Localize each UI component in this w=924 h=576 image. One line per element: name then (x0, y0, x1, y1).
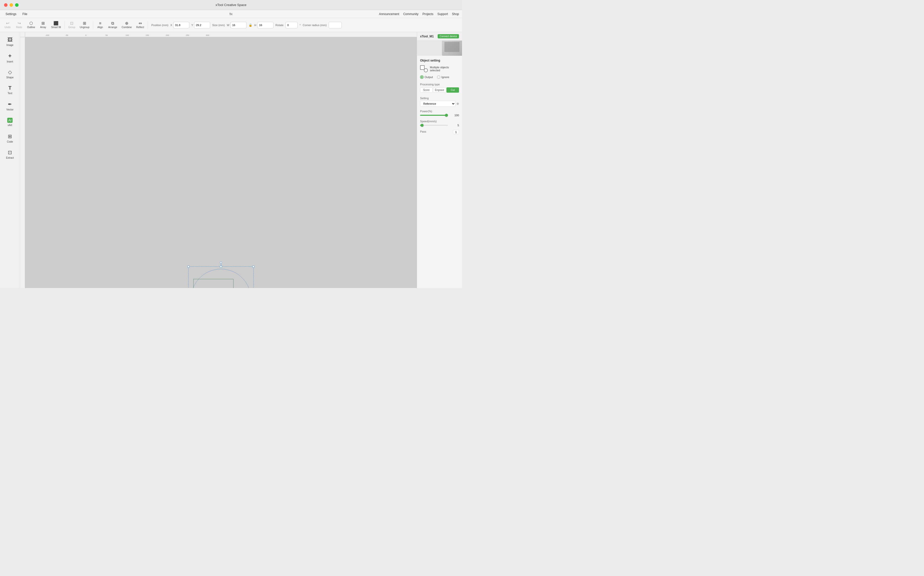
position-label: Position (mm) (152, 24, 168, 27)
sidebar-item-xart[interactable]: AI xArt (2, 115, 19, 130)
smart-fill-button[interactable]: ⬛ Smart fill (49, 20, 63, 30)
arrange-button[interactable]: ⧉ Arrange (106, 20, 119, 30)
lock-icon[interactable]: 🔒 (249, 23, 253, 27)
canvas-area[interactable]: -100 -50 0 50 100 150 200 250 300 (20, 32, 417, 288)
reflect-button[interactable]: ⇔ Reflect (134, 20, 146, 30)
x-label: X (171, 24, 172, 27)
pass-label: Pass (420, 130, 426, 133)
top-right-nav: Announcement Community Projects Support … (379, 12, 459, 16)
power-section: Power(%) 100 (420, 110, 459, 117)
undo-button[interactable]: ↩ Undo (2, 20, 13, 30)
sidebar-item-code[interactable]: ⊞ Code (2, 131, 19, 146)
rotate-handle[interactable] (220, 262, 222, 264)
minimize-button[interactable] (10, 3, 13, 7)
speed-slider[interactable] (420, 125, 448, 126)
image-icon: 🖼 (8, 37, 13, 43)
power-slider-thumb[interactable] (445, 114, 448, 117)
speed-label: Speed(mm/s) (420, 120, 459, 123)
speed-value: 5 (450, 124, 459, 127)
handle-top-center[interactable] (220, 266, 222, 268)
cut-button[interactable]: Cut (446, 87, 459, 93)
undo-icon: ↩ (6, 21, 9, 26)
separator-1 (64, 21, 65, 29)
processing-type-label: Processing type (420, 83, 459, 86)
speed-slider-thumb[interactable] (420, 124, 424, 127)
shape-icon: ◇ (8, 69, 12, 75)
redo-button[interactable]: ↪ Redo (14, 20, 25, 30)
combine-icon: ⊕ (125, 21, 128, 26)
speed-input-row: 5 (420, 124, 459, 127)
window-controls (4, 3, 19, 7)
output-ignore-group: Output Ignore (420, 75, 459, 79)
main-layout: 🖼 Image + Insert ◇ Shape T Text ✒ Vector… (0, 32, 462, 288)
reference-select[interactable]: Reference (420, 101, 456, 107)
community-link[interactable]: Community (403, 12, 419, 16)
output-radio[interactable]: Output (420, 75, 433, 79)
sidebar-item-vector[interactable]: ✒ Vector (2, 98, 19, 114)
shape-rect-outer[interactable] (193, 279, 233, 288)
pass-value[interactable]: 1 (453, 130, 459, 134)
x-input[interactable] (173, 22, 189, 28)
connect-device-button[interactable]: Connect device (438, 34, 459, 38)
sidebar-item-text[interactable]: T Text (2, 82, 19, 98)
power-slider[interactable] (420, 115, 448, 116)
reflect-icon: ⇔ (139, 21, 142, 26)
insert-icon: + (8, 53, 11, 59)
copy-icon[interactable]: ⊕ (456, 102, 459, 106)
group-button[interactable]: ⊡ Group (66, 20, 77, 30)
multi-select-shapes (420, 65, 428, 72)
canvas-objects (188, 266, 254, 288)
y-input[interactable] (194, 22, 210, 28)
sidebar-item-image[interactable]: 🖼 Image (2, 34, 19, 49)
multi-select-indicator: Multiple objects selected (420, 65, 459, 72)
align-icon: ≡ (99, 21, 101, 26)
smart-fill-icon: ⬛ (53, 21, 59, 26)
rotate-label: Rotate (275, 24, 283, 27)
combine-button[interactable]: ⊕ Combine (120, 20, 134, 30)
h-label: H (254, 24, 256, 27)
rotate-input[interactable] (286, 22, 297, 28)
canvas-workspace[interactable] (25, 37, 417, 288)
processing-type-buttons: Score Engrave Cut (420, 87, 459, 93)
handle-top-left[interactable] (187, 266, 190, 268)
support-link[interactable]: Support (437, 12, 448, 16)
announcement-link[interactable]: Announcement (379, 12, 399, 16)
shop-link[interactable]: Shop (452, 12, 459, 16)
h-group: H (254, 22, 273, 28)
score-button[interactable]: Score (420, 87, 433, 93)
ruler-vertical (20, 37, 25, 288)
object-settings-panel: Object setting Multiple objects selected… (417, 56, 462, 288)
extract-icon: ⊡ (8, 149, 12, 155)
power-slider-fill (420, 115, 448, 116)
sidebar-item-extract[interactable]: ⊡ Extract (2, 147, 19, 162)
outline-button[interactable]: ⬡ Outline (25, 20, 37, 30)
ungroup-button[interactable]: ⊞ Ungroup (78, 20, 91, 30)
titlebar: xTool Creative Space (0, 0, 462, 10)
ignore-radio[interactable]: Ignore (437, 75, 449, 79)
maximize-button[interactable] (15, 3, 19, 7)
sidebar-item-shape[interactable]: ◇ Shape (2, 66, 19, 82)
projects-link[interactable]: Projects (422, 12, 433, 16)
power-value: 100 (450, 114, 459, 117)
settings-menu[interactable]: Settings (3, 11, 19, 17)
redo-icon: ↪ (18, 21, 21, 26)
handle-top-right[interactable] (253, 266, 254, 268)
w-input[interactable] (230, 22, 246, 28)
align-button[interactable]: ≡ Align (95, 20, 106, 30)
group-icon: ⊡ (70, 21, 73, 26)
sidebar-item-insert[interactable]: + Insert (2, 50, 19, 65)
h-input[interactable] (257, 22, 273, 28)
shape-ci-icon (424, 68, 428, 72)
power-label: Power(%) (420, 110, 459, 113)
engrave-button[interactable]: Engrave (433, 87, 446, 93)
menubar: Settings File fix Announcement Community… (0, 10, 462, 18)
corner-input[interactable] (329, 22, 342, 28)
array-button[interactable]: ⊞ Array (38, 20, 49, 30)
file-menu[interactable]: File (20, 11, 30, 17)
left-sidebar: 🖼 Image + Insert ◇ Shape T Text ✒ Vector… (0, 32, 20, 288)
file-title: fix (230, 12, 232, 16)
close-button[interactable] (4, 3, 8, 7)
output-radio-dot (420, 75, 424, 79)
ruler-corner (20, 32, 25, 37)
size-label: Size (mm) (212, 24, 225, 27)
